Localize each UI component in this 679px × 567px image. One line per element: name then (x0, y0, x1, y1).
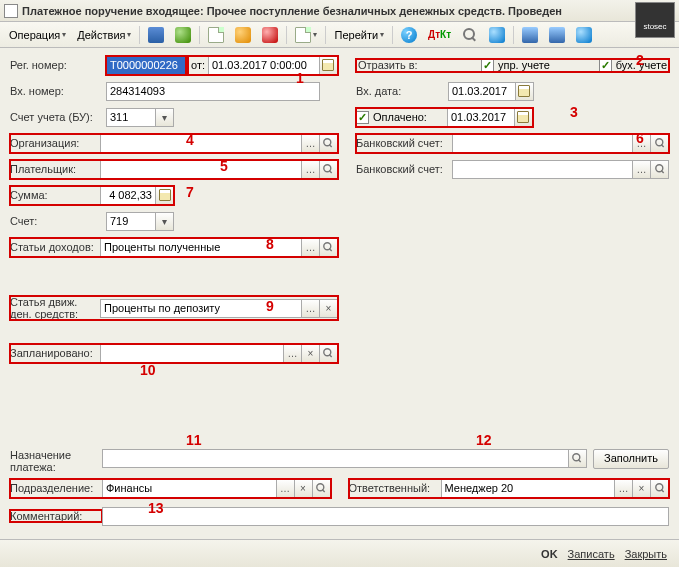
income-open-button[interactable] (320, 238, 338, 257)
from-date-group: от: 01.03.2017 0:00:00 (188, 56, 338, 75)
planned-select-button[interactable]: … (284, 344, 302, 363)
refresh-button[interactable] (170, 24, 196, 46)
sum-calc-button[interactable] (156, 186, 174, 205)
kt-icon: Кт (440, 30, 451, 40)
operation-menu[interactable]: Операция (4, 24, 71, 46)
account-dropdown[interactable]: ▾ (156, 212, 174, 231)
reg-no-input[interactable]: Т0000000226 (106, 56, 186, 75)
resp-select-button[interactable]: … (615, 479, 633, 498)
help-button[interactable] (396, 24, 422, 46)
go-menu[interactable]: Перейти (329, 24, 389, 46)
purpose-input[interactable] (102, 449, 569, 468)
paid-label: Оплачено: (373, 111, 447, 123)
reflect-group: Отразить в: упр. учете бух. учете (356, 59, 669, 72)
payer-input[interactable] (100, 160, 302, 179)
planned-input[interactable] (100, 344, 284, 363)
app-logo: stosec (635, 2, 675, 38)
find-button[interactable] (457, 24, 483, 46)
select-button[interactable] (484, 24, 510, 46)
fill-button[interactable]: Заполнить (593, 449, 669, 469)
sum-group: Сумма: 4 082,33 (10, 186, 174, 205)
paid-checkbox[interactable] (356, 111, 369, 124)
org-open-button[interactable] (320, 134, 338, 153)
save-button[interactable] (143, 24, 169, 46)
save-icon (148, 27, 164, 43)
calendar-icon (518, 85, 530, 97)
actions-menu[interactable]: Действия (72, 24, 136, 46)
dds-group: Статья движ. ден. средств: Проценты по д… (10, 296, 338, 320)
struct-icon (522, 27, 538, 43)
bank-acct-input[interactable] (452, 134, 633, 153)
dept-open-button[interactable] (313, 479, 331, 498)
show-button[interactable] (571, 24, 597, 46)
comment-input[interactable] (102, 507, 669, 526)
resp-open-button[interactable] (651, 479, 669, 498)
reflect-label: Отразить в: (358, 59, 432, 71)
resp-input[interactable]: Менеджер 20 (441, 479, 616, 498)
in-date-cal-button[interactable] (516, 82, 534, 101)
dept-input[interactable]: Финансы (102, 479, 277, 498)
magnify-icon (315, 482, 326, 493)
dds-input[interactable]: Проценты по депозиту (100, 299, 302, 318)
account-bu-input[interactable]: 311 (106, 108, 156, 127)
payer-select-button[interactable]: … (302, 160, 320, 179)
org-input[interactable] (100, 134, 302, 153)
bank-acct-label: Банковский счет: (356, 137, 452, 149)
in-date-input[interactable]: 01.03.2017 (448, 82, 516, 101)
bank-acct-select-button[interactable]: … (633, 134, 651, 153)
resp-clear-button[interactable]: × (633, 479, 651, 498)
paid-date-cal-button[interactable] (515, 108, 533, 127)
purpose-l1: Назначение (10, 449, 71, 461)
dtkt-button[interactable]: ДтКт (423, 24, 456, 46)
dds-label1: Статья движ. (10, 296, 77, 308)
postall-button[interactable] (230, 24, 256, 46)
calendar-icon (322, 59, 334, 71)
payer-label: Плательщик: (10, 163, 100, 175)
income-select-button[interactable]: … (302, 238, 320, 257)
account-bu-dropdown[interactable]: ▾ (156, 108, 174, 127)
dept-select-button[interactable]: … (277, 479, 295, 498)
write-button[interactable]: Записать (568, 548, 615, 560)
struct-button[interactable] (517, 24, 543, 46)
org-select-button[interactable]: … (302, 134, 320, 153)
from-date-input[interactable]: 01.03.2017 0:00:00 (208, 56, 320, 75)
buh-checkbox[interactable] (599, 59, 612, 72)
bank-acct2-input[interactable] (452, 160, 633, 179)
bank-acct2-open-button[interactable] (651, 160, 669, 179)
close-button[interactable]: Закрыть (625, 548, 667, 560)
planned-open-button[interactable] (320, 344, 338, 363)
in-date-label: Вх. дата: (356, 85, 448, 97)
dept-clear-button[interactable]: × (295, 479, 313, 498)
magnify-icon (654, 482, 665, 493)
magnify-icon (323, 241, 334, 252)
dds-select-button[interactable]: … (302, 299, 320, 318)
account-label: Счет: (10, 215, 106, 227)
ok-button[interactable]: OK (541, 548, 558, 560)
purpose-open-button[interactable] (569, 449, 587, 468)
dds-label2: ден. средств: (10, 308, 78, 320)
post-button[interactable] (203, 24, 229, 46)
paid-date-input[interactable]: 01.03.2017 (447, 108, 515, 127)
income-label: Статьи доходов: (10, 241, 100, 253)
unpost-button[interactable] (257, 24, 283, 46)
income-input[interactable]: Проценты полученные (100, 238, 302, 257)
bottom-bar: OK Записать Закрыть (0, 539, 679, 567)
in-no-input[interactable]: 284314093 (106, 82, 320, 101)
dds-clear-button[interactable]: × (320, 299, 338, 318)
sum-input[interactable]: 4 082,33 (100, 186, 156, 205)
payer-open-button[interactable] (320, 160, 338, 179)
toolbar: Операция Действия Перейти ДтКт (0, 22, 679, 48)
upr-check-wrap[interactable]: упр. учете (481, 59, 550, 72)
list-button[interactable] (544, 24, 570, 46)
bank-acct2-select-button[interactable]: … (633, 160, 651, 179)
upr-checkbox[interactable] (481, 59, 494, 72)
bank-acct-open-button[interactable] (651, 134, 669, 153)
purpose-l2: платежа: (10, 461, 56, 473)
createbased-button[interactable] (290, 24, 322, 46)
account-input[interactable]: 719 (106, 212, 156, 231)
from-date-cal-button[interactable] (320, 56, 338, 75)
magnify-icon (323, 348, 334, 359)
annot-12: 12 (476, 432, 492, 448)
planned-clear-button[interactable]: × (302, 344, 320, 363)
buh-check-wrap[interactable]: бух. учете (599, 59, 667, 72)
